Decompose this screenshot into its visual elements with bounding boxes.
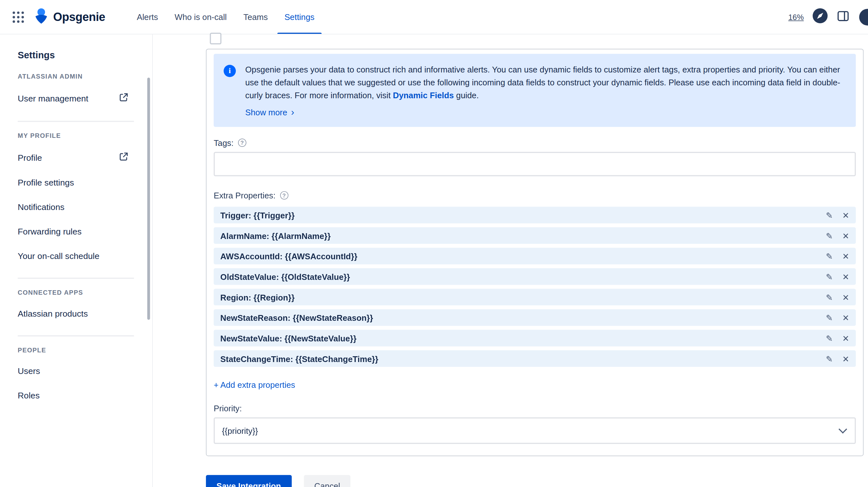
chevron-right-icon: › <box>291 108 294 117</box>
sidebar-scrollbar[interactable] <box>147 78 150 320</box>
extra-property-value: NewStateValue: {{NewStateValue}} <box>220 333 356 343</box>
show-more-label: Show more <box>245 106 287 119</box>
remove-property-icon[interactable]: ✕ <box>842 211 849 219</box>
tags-input[interactable] <box>214 152 856 176</box>
external-link-icon <box>119 152 128 163</box>
edit-property-icon[interactable]: ✎ <box>826 334 833 342</box>
edit-property-icon[interactable]: ✎ <box>826 211 833 219</box>
opsgenie-home-link[interactable]: Opsgenie <box>34 7 105 26</box>
extra-property-row: AWSAccountId: {{AWSAccountId}}✎✕ <box>214 248 856 264</box>
nav-item-settings[interactable]: Settings <box>276 0 323 34</box>
nav-item-teams[interactable]: Teams <box>235 0 276 34</box>
nav-item-alerts[interactable]: Alerts <box>128 0 166 34</box>
sidebar-item-user-management[interactable]: User management <box>18 85 128 111</box>
extra-property-row: NewStateValue: {{NewStateValue}}✎✕ <box>214 330 856 347</box>
sidebar-item-atlassian-products[interactable]: Atlassian products <box>18 302 128 326</box>
remove-property-icon[interactable]: ✕ <box>842 313 849 322</box>
dynamic-fields-link[interactable]: Dynamic Fields <box>393 90 454 99</box>
avatar[interactable] <box>858 7 868 26</box>
info-banner: i Opsgenie parses your data to construct… <box>214 54 856 127</box>
sidebar-item-users[interactable]: Users <box>18 359 128 383</box>
extra-properties-label-row: Extra Properties: ? <box>214 191 856 200</box>
extra-property-row: NewStateReason: {{NewStateReason}}✎✕ <box>214 309 856 326</box>
remove-property-icon[interactable]: ✕ <box>842 231 849 240</box>
sidebar-item-notifications[interactable]: Notifications <box>18 195 128 220</box>
page-layout: Settings ATLASSIAN ADMINUser managementM… <box>0 34 868 487</box>
extra-property-actions: ✎✕ <box>826 252 849 260</box>
help-icon[interactable]: ? <box>280 191 288 200</box>
sidebar-item-label: Atlassian products <box>18 309 88 319</box>
extra-property-actions: ✎✕ <box>826 334 849 342</box>
sidebar-section-heading: CONNECTED APPS <box>18 289 152 296</box>
panel-icon[interactable] <box>836 9 850 25</box>
extra-property-actions: ✎✕ <box>826 293 849 301</box>
cancel-button[interactable]: Cancel <box>304 475 351 487</box>
sidebar-item-profile-settings[interactable]: Profile settings <box>18 171 128 195</box>
usage-indicator[interactable]: 16% <box>788 12 804 22</box>
show-more-link[interactable]: Show more › <box>245 106 294 119</box>
help-icon[interactable]: ? <box>238 139 246 147</box>
checkbox[interactable] <box>210 33 221 45</box>
sidebar-section-heading: ATLASSIAN ADMIN <box>18 73 152 80</box>
edit-property-icon[interactable]: ✎ <box>826 313 833 322</box>
extra-property-value: OldStateValue: {{OldStateValue}} <box>220 272 350 281</box>
sidebar-item-profile[interactable]: Profile <box>18 145 128 171</box>
integration-settings-content: i Opsgenie parses your data to construct… <box>153 34 868 487</box>
extra-property-value: NewStateReason: {{NewStateReason}} <box>220 313 373 322</box>
opsgenie-app: Opsgenie AlertsWho is on-callTeamsSettin… <box>0 0 868 487</box>
remove-property-icon[interactable]: ✕ <box>842 273 849 281</box>
remove-property-icon[interactable]: ✕ <box>842 252 849 260</box>
nav-item-who-is-on-call[interactable]: Who is on-call <box>166 0 235 34</box>
extra-property-row: Region: {{Region}}✎✕ <box>214 289 856 305</box>
extra-property-value: Region: {{Region}} <box>220 292 295 302</box>
sidebar-item-label: Notifications <box>18 202 64 212</box>
sidebar-section-heading: PEOPLE <box>18 347 152 354</box>
app-switcher-icon[interactable] <box>12 11 25 23</box>
sidebar-section-heading: MY PROFILE <box>18 133 152 139</box>
extra-property-value: AWSAccountId: {{AWSAccountId}} <box>220 251 358 261</box>
save-integration-button[interactable]: Save Integration <box>206 475 291 487</box>
sidebar-item-label: User management <box>18 93 88 104</box>
edit-property-icon[interactable]: ✎ <box>826 273 833 281</box>
sidebar-item-label: Profile <box>18 153 42 163</box>
info-icon: i <box>224 65 236 77</box>
sidebar-divider <box>18 278 134 279</box>
sidebar-item-your-on-call-schedule[interactable]: Your on-call schedule <box>18 244 128 268</box>
external-link-icon <box>119 92 128 104</box>
extra-property-actions: ✎✕ <box>826 231 849 240</box>
add-extra-properties-link[interactable]: + Add extra properties <box>214 380 295 390</box>
info-banner-text: Opsgenie parses your data to construct r… <box>245 63 846 118</box>
sidebar-item-forwarding-rules[interactable]: Forwarding rules <box>18 219 128 244</box>
extra-property-row: StateChangeTime: {{StateChangeTime}}✎✕ <box>214 350 856 367</box>
sidebar-item-label: Your on-call schedule <box>18 251 99 261</box>
chevron-down-icon <box>838 425 847 433</box>
brand-name: Opsgenie <box>53 10 105 24</box>
edit-property-icon[interactable]: ✎ <box>826 354 833 363</box>
tags-label: Tags: <box>214 138 234 147</box>
tags-label-row: Tags: ? <box>214 138 856 147</box>
priority-label: Priority: <box>214 404 242 413</box>
remove-property-icon[interactable]: ✕ <box>842 354 849 363</box>
edit-property-icon[interactable]: ✎ <box>826 293 833 301</box>
sidebar-title: Settings <box>18 50 152 61</box>
nav-right: 16% <box>788 7 868 26</box>
sidebar-item-roles[interactable]: Roles <box>18 383 128 408</box>
form-actions: Save Integration Cancel <box>206 475 864 487</box>
extra-property-value: Trigger: {{Trigger}} <box>220 210 295 220</box>
remove-property-icon[interactable]: ✕ <box>842 293 849 301</box>
integration-form-card: i Opsgenie parses your data to construct… <box>206 49 864 456</box>
sidebar-item-label: Users <box>18 366 40 376</box>
extra-properties-list: Trigger: {{Trigger}}✎✕AlarmName: {{Alarm… <box>214 207 856 367</box>
sidebar-item-label: Roles <box>18 391 39 401</box>
remove-property-icon[interactable]: ✕ <box>842 334 849 342</box>
edit-property-icon[interactable]: ✎ <box>826 252 833 260</box>
extra-property-actions: ✎✕ <box>826 354 849 363</box>
extra-property-row: AlarmName: {{AlarmName}}✎✕ <box>214 227 856 244</box>
settings-sidebar: Settings ATLASSIAN ADMINUser managementM… <box>0 34 153 487</box>
extra-property-value: AlarmName: {{AlarmName}} <box>220 231 331 240</box>
extra-property-value: StateChangeTime: {{StateChangeTime}} <box>220 354 378 363</box>
priority-select[interactable]: {{priority}} <box>214 418 856 444</box>
compass-icon[interactable] <box>812 8 828 26</box>
edit-property-icon[interactable]: ✎ <box>826 231 833 240</box>
nav-links: AlertsWho is on-callTeamsSettings <box>128 0 323 34</box>
